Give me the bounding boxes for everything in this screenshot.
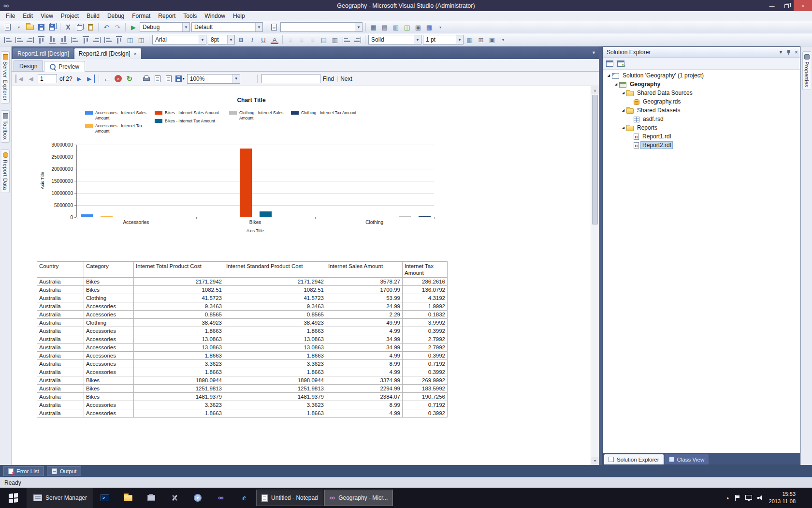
menu-file[interactable]: File: [2, 12, 19, 20]
tree-item-report2-rdl[interactable]: Report2.rdl: [603, 141, 800, 149]
show-hidden-icons-button[interactable]: ▲: [726, 496, 730, 500]
menu-window[interactable]: Window: [201, 12, 229, 20]
command-window-icon[interactable]: ▤: [380, 22, 390, 32]
chevron-down-icon[interactable]: ▼: [456, 35, 463, 44]
document-tab-report2-rdl-design[interactable]: Report2.rdl [Design]×: [74, 48, 141, 59]
object-browser-icon[interactable]: ◫: [402, 22, 412, 32]
bold-icon[interactable]: B: [236, 35, 246, 45]
font-name-combo[interactable]: Arial ▼: [152, 35, 206, 45]
save-icon[interactable]: [36, 22, 46, 32]
find-in-files-icon[interactable]: ▦: [369, 22, 378, 32]
find-button[interactable]: Find: [323, 75, 334, 82]
menu-report[interactable]: Report: [154, 12, 179, 20]
open-file-icon[interactable]: [25, 22, 35, 32]
font-size-combo[interactable]: 8pt ▼: [208, 35, 235, 45]
export-button[interactable]: ▾: [175, 75, 185, 83]
chevron-down-icon[interactable]: ▼: [232, 75, 240, 83]
toolbox-window-icon[interactable]: ▣: [413, 22, 423, 32]
tree-item-asdf-rsd[interactable]: asdf.rsd: [603, 115, 800, 123]
last-page-button[interactable]: ▶: [86, 75, 95, 83]
tree-item-shared-data-sources[interactable]: ◢Shared Data Sources: [603, 89, 800, 97]
increase-indent-icon[interactable]: [352, 35, 362, 45]
bring-to-front-icon[interactable]: ◫: [125, 35, 135, 45]
new-item-dropdown-icon[interactable]: ▾: [14, 22, 24, 32]
stop-rendering-button[interactable]: ×: [114, 75, 123, 83]
tab-error-list[interactable]: Error List: [3, 466, 44, 476]
taskbar-clock[interactable]: 15:53 2013-11-08: [769, 491, 798, 505]
document-tab-report1-rdl-design[interactable]: Report1.rdl [Design]: [13, 48, 73, 59]
underline-icon[interactable]: U: [259, 35, 268, 45]
align-text-right-icon[interactable]: ≡: [308, 35, 318, 45]
taskbar-visual-studio-button[interactable]: ∞: [210, 490, 232, 506]
redo-icon[interactable]: ↷: [113, 22, 122, 32]
properties-pages-icon[interactable]: [606, 60, 613, 67]
make-same-width-icon[interactable]: [70, 35, 79, 45]
paste-icon[interactable]: [86, 22, 95, 32]
tab-preview[interactable]: Preview: [44, 61, 85, 72]
align-rights-icon[interactable]: [25, 35, 35, 45]
tree-item-geography-rds[interactable]: Geography.rds: [603, 97, 800, 106]
tree-item-report1-rdl[interactable]: Report1.rdl: [603, 132, 800, 141]
menu-tools[interactable]: Tools: [179, 12, 201, 20]
decrease-indent-icon[interactable]: [341, 35, 351, 45]
tab-output[interactable]: Output: [47, 466, 82, 476]
page-setup-button[interactable]: [164, 75, 173, 83]
make-same-size-icon[interactable]: [92, 35, 102, 45]
chevron-down-icon[interactable]: ▼: [355, 23, 362, 31]
numbered-list-icon[interactable]: ▥: [330, 35, 340, 45]
solution-platforms-combo[interactable]: Default ▼: [191, 22, 263, 32]
previous-page-button[interactable]: ◀: [27, 75, 35, 83]
taskbar-internet-explorer-button[interactable]: e: [233, 490, 255, 506]
italic-icon[interactable]: I: [247, 35, 257, 45]
auto-hide-pin-icon[interactable]: [786, 49, 791, 55]
close-tab-icon[interactable]: ×: [133, 51, 136, 57]
taskbar-window-untitled-notepad[interactable]: Untitled - Notepad: [256, 490, 323, 506]
refresh-icon[interactable]: [617, 60, 624, 67]
scrollbar-thumb[interactable]: [592, 95, 598, 224]
close-button[interactable]: ×: [794, 0, 812, 11]
page-number-input[interactable]: [38, 74, 57, 83]
chevron-down-icon[interactable]: ▼: [227, 35, 234, 44]
properties-window-icon[interactable]: ▦: [424, 22, 434, 32]
tool-tab-properties[interactable]: Properties: [802, 51, 811, 90]
start-debugging-icon[interactable]: ▶: [129, 22, 138, 32]
restore-button[interactable]: [779, 0, 794, 11]
attach-to-process-icon[interactable]: [269, 22, 279, 32]
align-text-left-icon[interactable]: ≡: [286, 35, 295, 45]
volume-icon[interactable]: [757, 495, 764, 501]
taskbar-devices-button[interactable]: [140, 490, 162, 506]
chevron-down-icon[interactable]: ▼: [414, 35, 421, 44]
border-color-icon[interactable]: ▦: [465, 35, 475, 45]
tool-tab-server-explorer[interactable]: Server Explorer: [1, 51, 10, 104]
scroll-down-icon[interactable]: ▼: [591, 457, 599, 465]
tree-item-reports[interactable]: ◢Reports: [603, 123, 800, 132]
action-center-flag-icon[interactable]: [735, 495, 740, 501]
tool-tab-report-data[interactable]: Report Data: [1, 149, 10, 193]
menu-build[interactable]: Build: [83, 12, 103, 20]
menu-edit[interactable]: Edit: [19, 12, 37, 20]
vertical-scrollbar[interactable]: ▲ ▼: [591, 86, 599, 465]
cut-icon[interactable]: [63, 22, 73, 32]
tab-class-view[interactable]: Class View: [665, 454, 709, 464]
align-bottoms-icon[interactable]: [58, 35, 68, 45]
menu-view[interactable]: View: [37, 12, 57, 20]
taskbar-window-geography-micr[interactable]: ∞Geography - Micr...: [324, 490, 393, 506]
taskbar-search-button[interactable]: [187, 490, 209, 506]
menu-help[interactable]: Help: [229, 12, 249, 20]
scroll-up-icon[interactable]: ▲: [591, 86, 599, 94]
border-style-combo[interactable]: Solid ▼: [368, 35, 421, 45]
align-tops-icon[interactable]: [36, 35, 46, 45]
chevron-down-icon[interactable]: ▼: [255, 23, 262, 31]
minimize-button[interactable]: —: [765, 0, 779, 11]
font-color-icon[interactable]: A: [270, 35, 279, 45]
new-item-icon[interactable]: [3, 22, 13, 32]
taskbar-server-manager-button[interactable]: Server Manager: [27, 488, 93, 508]
print-button[interactable]: [142, 75, 151, 83]
tab-solution-explorer[interactable]: Solution Explorer: [604, 454, 664, 464]
next-page-button[interactable]: ▶: [75, 75, 84, 83]
align-text-center-icon[interactable]: ≡: [297, 35, 306, 45]
find-text-input[interactable]: [261, 74, 320, 83]
find-next-button[interactable]: Next: [340, 75, 352, 82]
taskbar-tools-button[interactable]: [163, 490, 186, 506]
taskbar-file-explorer-button[interactable]: [117, 490, 139, 506]
